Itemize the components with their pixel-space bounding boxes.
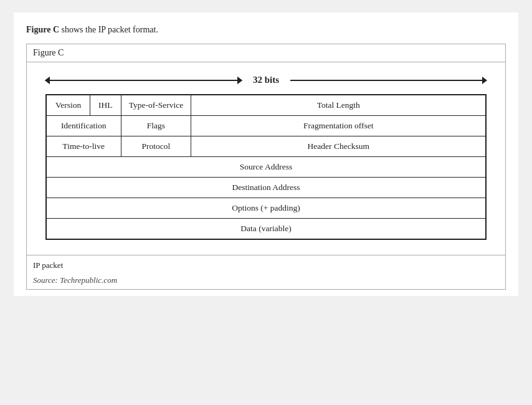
cell-fragmentation-offset: Fragmentation offset [191, 116, 486, 136]
figure-box: Figure C 32 bits [26, 44, 506, 290]
source-text: Source: Techrepublic.com [27, 273, 505, 289]
table-row-source: Source Address [46, 157, 486, 178]
table-row-data: Data (variable) [46, 219, 486, 240]
cell-destination-address: Destination Address [46, 178, 486, 198]
figure-content: 32 bits Version IHL Type-of-Service Tota… [27, 62, 505, 255]
bits-label: 32 bits [248, 75, 284, 85]
table-row-2: Identification Flags Fragmentation offse… [46, 116, 486, 136]
cell-ihl: IHL [90, 95, 121, 116]
intro-paragraph: Figure C shows the IP packet format. [26, 25, 506, 35]
left-arrowhead [45, 77, 50, 84]
cell-protocol: Protocol [121, 136, 191, 157]
cell-type-of-service: Type-of-Service [121, 95, 191, 116]
right-arrowhead [237, 77, 242, 84]
figure-caption: IP packet [27, 255, 505, 273]
figure-ref-bold: Figure C [26, 25, 59, 34]
cell-version: Version [46, 95, 90, 116]
cell-source-address: Source Address [46, 157, 486, 178]
cell-options: Options (+ padding) [46, 198, 486, 219]
cell-identification: Identification [46, 116, 121, 136]
cell-time-to-live: Time-to-live [46, 136, 121, 157]
figure-title: Figure C [27, 44, 505, 62]
cell-data: Data (variable) [46, 219, 486, 240]
cell-header-checksum: Header Checksum [191, 136, 486, 157]
cell-flags: Flags [121, 116, 191, 136]
intro-text: shows the IP packet format. [59, 25, 158, 34]
bits-arrow-row: 32 bits [45, 75, 487, 85]
arrow-shaft-right [290, 80, 487, 81]
table-row-3: Time-to-live Protocol Header Checksum [46, 136, 486, 157]
table-row-1: Version IHL Type-of-Service Total Length [46, 95, 486, 116]
right-arrowhead-2 [482, 77, 487, 84]
arrow-line [45, 80, 242, 81]
packet-table: Version IHL Type-of-Service Total Length… [45, 94, 487, 240]
page-wrapper: Figure C shows the IP packet format. Fig… [14, 12, 518, 296]
arrow-line-right [290, 80, 487, 81]
table-row-destination: Destination Address [46, 178, 486, 198]
arrow-shaft [45, 80, 242, 81]
table-row-options: Options (+ padding) [46, 198, 486, 219]
cell-total-length: Total Length [191, 95, 486, 116]
